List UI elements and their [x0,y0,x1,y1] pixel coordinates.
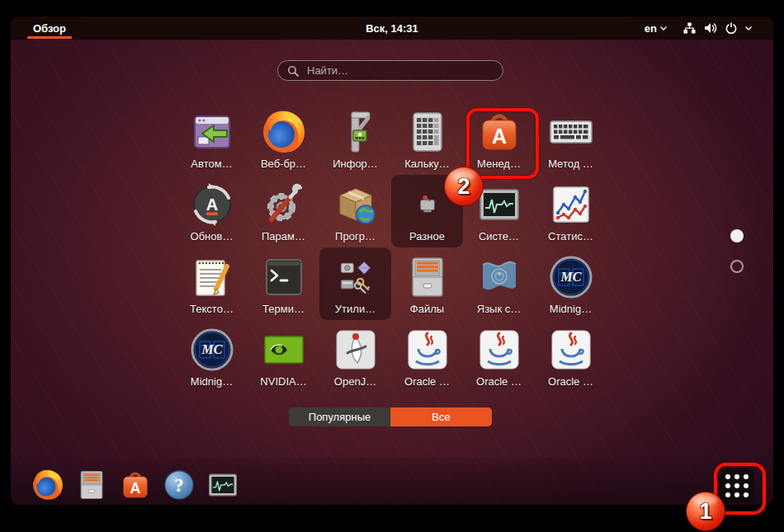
keyboard-layout-label: en [645,22,657,35]
step-1-badge: 1 [686,492,725,531]
dock-item-system-monitor[interactable] [206,468,239,501]
desktop-screenshot: { "topbar": { "activities_label": "Обзор… [0,0,784,532]
app-item-openjdk[interactable]: OpenJ… [319,320,391,393]
svg-text:A: A [130,480,141,497]
app-item-nvidia[interactable]: NVIDIA… [248,320,319,393]
app-item-keyboard[interactable]: Метод … [535,102,607,175]
system-monitor-icon [206,468,239,501]
java-icon [475,326,523,374]
desktop-screen: Обзор Вск, 14:31 en Автом…Веб-бр…Инфор…К… [11,16,773,505]
view-toggle: Популярные Все [289,407,492,426]
app-item-package[interactable]: Прогр… [319,175,391,247]
page-dot-inactive[interactable] [730,260,744,273]
java-icon [547,326,595,374]
stats-icon [547,181,595,228]
volume-icon [704,22,717,34]
app-item-hardinfo[interactable]: Инфор… [319,102,391,175]
settings-icon [260,181,308,228]
svg-text:MC: MC [201,342,222,356]
app-item-automation[interactable]: Автом… [176,102,248,175]
package-icon [332,181,380,228]
app-item-java[interactable]: Oracle … [391,320,463,393]
automation-icon [188,108,236,156]
mc-icon: MC [547,253,595,301]
app-item-java[interactable]: Oracle … [535,320,607,393]
mc-icon: MC [188,326,236,374]
search-input[interactable] [305,64,494,78]
files-icon [404,253,451,301]
status-menu[interactable]: en [645,16,752,40]
app-label: Парам… [262,230,305,242]
dock-item-files[interactable] [75,468,108,501]
app-item-text-editor[interactable]: Тексто… [176,247,248,320]
app-item-mc[interactable]: MCMidnig… [535,247,607,320]
app-item-mc[interactable]: MCMidnig… [176,320,248,393]
app-label: Файлы [410,303,444,315]
app-item-java[interactable]: Oracle … [463,320,535,393]
top-bar: Обзор Вск, 14:31 en [11,16,773,40]
app-label: Веб-бр… [261,158,306,170]
app-label: Oracle … [476,375,522,388]
dock-item-ubuntu-software[interactable]: A [119,468,152,501]
terminal-icon [260,253,308,301]
help-icon: ? [163,468,196,501]
frequent-tab[interactable]: Популярные [289,407,390,426]
all-tab[interactable]: Все [390,407,492,426]
files-icon [75,468,108,501]
step-2-badge: 2 [444,167,484,206]
app-label: Метод … [548,158,593,170]
firefox-icon [260,108,308,156]
app-label: OpenJ… [334,375,376,388]
activities-button[interactable]: Обзор [27,16,72,40]
language-icon [475,253,523,301]
app-item-calculator[interactable]: Кальку… [391,102,463,175]
app-item-folder-utils[interactable]: Утили… [319,247,391,320]
java-icon [404,326,451,374]
search-icon [287,65,299,77]
app-label: Разное [409,230,445,242]
app-label: Инфор… [333,158,378,170]
calculator-icon [404,108,451,156]
app-item-stats[interactable]: Статис… [535,175,607,247]
hardinfo-icon [332,108,380,156]
app-item-settings[interactable]: Парам… [248,175,319,247]
page-dot-active[interactable] [730,229,744,242]
app-label: Midnig… [191,375,233,388]
clock[interactable]: Вск, 14:31 [366,22,418,35]
updater-icon: A [188,181,236,228]
app-label: Язык с… [477,303,522,315]
app-item-updater[interactable]: AОбнов… [176,175,248,247]
dock-item-firefox[interactable] [31,468,64,501]
app-item-language[interactable]: Язык с… [463,247,535,320]
openjdk-icon [332,326,380,374]
dock: A? [31,468,239,501]
svg-text:?: ? [174,475,183,496]
nvidia-icon [260,326,308,374]
keyboard-icon [547,108,595,156]
app-label: Автом… [191,158,232,170]
app-label: Oracle … [548,375,593,388]
app-item-terminal[interactable]: Терми… [248,247,319,320]
dock-item-help[interactable]: ? [163,468,196,501]
software-icon: A [119,468,152,501]
highlight-rect-software-app [466,108,539,179]
app-label: Тексто… [190,303,234,315]
firefox-icon [31,468,64,501]
search-bar[interactable] [277,60,503,81]
folder-utils-icon [332,253,380,301]
svg-text:MC: MC [560,270,581,284]
chevron-down-icon [660,26,667,31]
app-label: Статис… [548,230,593,242]
app-label: NVIDIA… [260,375,306,388]
keyboard-layout-indicator[interactable]: en [645,22,667,35]
svg-text:A: A [205,195,217,214]
app-label: Утили… [335,303,375,315]
app-label: Обнов… [191,230,234,242]
app-grid: Автом…Веб-бр…Инфор…Кальку…AМенед…Метод …… [176,102,607,393]
app-item-firefox[interactable]: Веб-бр… [248,102,319,175]
app-label: Прогр… [335,230,375,242]
app-label: Кальку… [404,158,450,170]
text-editor-icon [188,253,236,301]
app-label: Midnig… [550,303,592,315]
app-item-files[interactable]: Файлы [391,247,463,320]
